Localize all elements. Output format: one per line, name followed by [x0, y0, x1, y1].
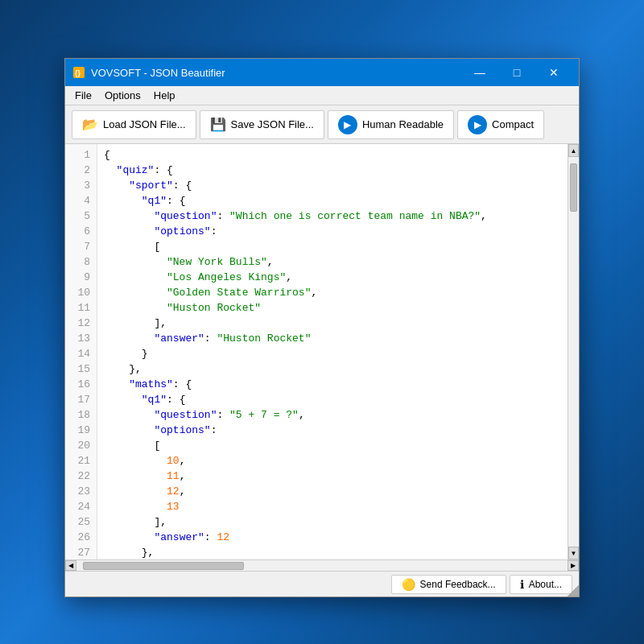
- scroll-up-button[interactable]: ▲: [568, 144, 579, 157]
- line-number: 17: [65, 392, 97, 407]
- svg-text:{}: {}: [75, 69, 81, 77]
- code-line: "Los Angeles Kings",: [104, 270, 561, 285]
- status-bar: 🟡 Send Feedback... ℹ About...: [65, 571, 579, 597]
- scroll-right-button[interactable]: ▶: [568, 560, 579, 571]
- code-line: ],: [104, 316, 561, 331]
- code-line: },: [104, 545, 561, 559]
- compact-label: Compact: [492, 118, 534, 130]
- minimize-button[interactable]: —: [461, 59, 498, 86]
- arrow-right-icon: ▶: [338, 115, 357, 134]
- code-line: 13: [104, 499, 561, 514]
- horizontal-scrollbar[interactable]: ◀ ▶: [65, 559, 579, 571]
- line-number: 23: [65, 484, 97, 499]
- code-line: "sport": {: [104, 178, 561, 193]
- human-readable-label: Human Readable: [362, 118, 444, 130]
- vertical-scrollbar[interactable]: ▲ ▼: [568, 144, 579, 559]
- line-number: 26: [65, 530, 97, 545]
- line-number: 24: [65, 499, 97, 514]
- menu-bar: File Options Help: [65, 86, 579, 105]
- feedback-label: Send Feedback...: [420, 579, 496, 590]
- code-line: ],: [104, 514, 561, 530]
- resize-handle[interactable]: [568, 585, 579, 597]
- scroll-track: [568, 157, 579, 547]
- hscroll-track: [76, 560, 568, 571]
- save-icon: 💾: [210, 117, 226, 132]
- line-number: 7: [65, 239, 97, 254]
- menu-file[interactable]: File: [68, 88, 98, 103]
- line-number: 13: [65, 331, 97, 346]
- code-line: "Golden State Warriros",: [104, 285, 561, 300]
- maximize-button[interactable]: □: [498, 59, 535, 86]
- menu-help[interactable]: Help: [147, 88, 182, 103]
- scroll-down-button[interactable]: ▼: [568, 547, 579, 559]
- line-number: 16: [65, 377, 97, 392]
- scroll-left-button[interactable]: ◀: [65, 560, 76, 571]
- title-bar: {} VOVSOFT - JSON Beautifier — □ ✕: [65, 59, 579, 86]
- line-number: 25: [65, 514, 97, 530]
- title-buttons: — □ ✕: [461, 59, 572, 86]
- line-number: 1: [65, 147, 97, 163]
- save-json-button[interactable]: 💾 Save JSON File...: [200, 110, 324, 139]
- app-icon: {}: [72, 65, 86, 80]
- line-number: 21: [65, 453, 97, 469]
- line-number: 14: [65, 346, 97, 361]
- feedback-icon: 🟡: [402, 578, 415, 591]
- code-line: "options":: [104, 224, 561, 239]
- hscroll-thumb[interactable]: [83, 562, 244, 570]
- code-line: "Huston Rocket": [104, 300, 561, 316]
- line-number: 5: [65, 208, 97, 224]
- line-number: 8: [65, 254, 97, 270]
- code-line: "answer": 12: [104, 530, 561, 545]
- code-line: "options":: [104, 423, 561, 438]
- line-number: 9: [65, 270, 97, 285]
- code-line: [: [104, 438, 561, 453]
- line-number: 4: [65, 193, 97, 208]
- human-readable-button[interactable]: ▶ Human Readable: [328, 110, 454, 139]
- code-editor[interactable]: { "quiz": { "sport": { "q1": { "question…: [97, 144, 568, 559]
- feedback-button[interactable]: 🟡 Send Feedback...: [391, 575, 506, 594]
- line-number: 22: [65, 469, 97, 484]
- line-number: 20: [65, 438, 97, 453]
- line-number: 18: [65, 407, 97, 423]
- line-number: 10: [65, 285, 97, 300]
- code-line: "q1": {: [104, 392, 561, 407]
- content-area: 1234567891011121314151617181920212223242…: [65, 144, 579, 559]
- line-number: 2: [65, 163, 97, 178]
- line-numbers: 1234567891011121314151617181920212223242…: [65, 144, 97, 559]
- scroll-thumb[interactable]: [570, 163, 577, 212]
- compact-button[interactable]: ▶ Compact: [457, 110, 544, 139]
- load-json-button[interactable]: 📂 Load JSON File...: [72, 110, 196, 139]
- load-btn-label: Load JSON File...: [103, 118, 186, 130]
- line-number: 27: [65, 545, 97, 559]
- code-line: "quiz": {: [104, 163, 561, 178]
- line-number: 11: [65, 300, 97, 316]
- code-line: "maths": {: [104, 377, 561, 392]
- code-line: [: [104, 239, 561, 254]
- code-line: 10,: [104, 453, 561, 469]
- folder-icon: 📂: [82, 117, 98, 132]
- code-line: 12,: [104, 484, 561, 499]
- line-number: 15: [65, 361, 97, 377]
- menu-options[interactable]: Options: [98, 88, 147, 103]
- info-icon: ℹ: [520, 578, 524, 591]
- code-line: }: [104, 346, 561, 361]
- main-window: {} VOVSOFT - JSON Beautifier — □ ✕ File …: [64, 58, 580, 597]
- code-line: {: [104, 147, 561, 163]
- close-button[interactable]: ✕: [535, 59, 572, 86]
- code-line: "question": "Which one is correct team n…: [104, 208, 561, 224]
- save-btn-label: Save JSON File...: [231, 118, 314, 130]
- line-number: 12: [65, 316, 97, 331]
- about-button[interactable]: ℹ About...: [510, 575, 572, 594]
- line-number: 3: [65, 178, 97, 193]
- line-number: 19: [65, 423, 97, 438]
- code-line: "q1": {: [104, 193, 561, 208]
- window-title: VOVSOFT - JSON Beautifier: [91, 67, 461, 79]
- arrow-right-icon-2: ▶: [468, 115, 487, 134]
- about-label: About...: [529, 579, 562, 590]
- code-line: "question": "5 + 7 = ?",: [104, 407, 561, 423]
- code-line: "New York Bulls",: [104, 254, 561, 270]
- toolbar: 📂 Load JSON File... 💾 Save JSON File... …: [65, 105, 579, 144]
- code-line: 11,: [104, 469, 561, 484]
- code-line: "answer": "Huston Rocket": [104, 331, 561, 346]
- line-number: 6: [65, 224, 97, 239]
